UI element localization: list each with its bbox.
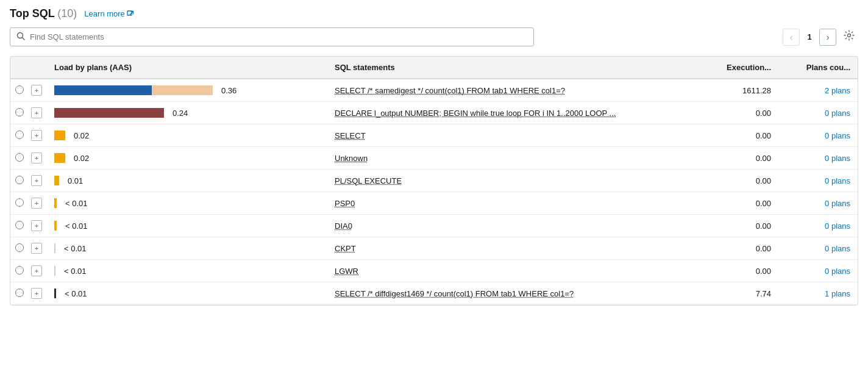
row-radio[interactable] — [15, 108, 24, 117]
row-expand-cell: + — [29, 215, 47, 237]
plans-link[interactable]: 0 plans — [825, 109, 850, 118]
table-header-row: Load by plans (AAS) SQL statements Execu… — [10, 57, 858, 79]
table-body: +0.36SELECT /* samedigest */ count(col1)… — [10, 79, 858, 305]
row-radio[interactable] — [15, 176, 24, 184]
next-page-button[interactable]: › — [819, 29, 836, 46]
bar-value: < 0.01 — [65, 289, 87, 298]
row-expand-cell: + — [29, 124, 47, 147]
plans-link[interactable]: 0 plans — [825, 176, 850, 185]
row-radio[interactable] — [15, 243, 24, 252]
learn-more-link[interactable]: Learn more — [84, 9, 133, 18]
pagination-area: ‹ 1 › — [783, 29, 858, 46]
settings-icon — [844, 31, 855, 43]
table-row: +< 0.01SELECT /* diffdigest1469 */ count… — [10, 282, 858, 305]
row-expand-cell: + — [29, 147, 47, 170]
execution-count-cell: 7.74 — [699, 282, 778, 305]
expand-button[interactable]: + — [31, 243, 42, 254]
sql-statement-link[interactable]: PSP0 — [335, 199, 355, 208]
title-text: Top SQL — [10, 7, 54, 20]
bar-value: 0.02 — [74, 154, 89, 163]
expand-button[interactable]: + — [31, 198, 42, 209]
sql-statement-link[interactable]: Unknown — [335, 154, 368, 163]
sql-statement-link[interactable]: DIA0 — [335, 221, 352, 231]
bar-value: < 0.01 — [64, 267, 87, 276]
row-radio[interactable] — [15, 153, 24, 162]
expand-button[interactable]: + — [31, 220, 42, 231]
search-input[interactable] — [30, 32, 527, 41]
sql-statement-cell: PL/SQL EXECUTE — [327, 170, 699, 192]
bar-value: < 0.01 — [64, 244, 87, 253]
search-box[interactable] — [10, 27, 534, 46]
sql-statement-link[interactable]: DECLARE l_output NUMBER; BEGIN while tru… — [335, 109, 616, 118]
expand-button[interactable]: + — [31, 85, 42, 96]
expand-button[interactable]: + — [31, 175, 42, 186]
load-bar-cell: 0.24 — [47, 102, 327, 124]
row-expand-cell: + — [29, 192, 47, 215]
header-row: Top SQL (10) Learn more — [10, 7, 858, 20]
plans-link[interactable]: 1 plans — [825, 289, 850, 298]
expand-button[interactable]: + — [31, 152, 42, 163]
row-radio[interactable] — [15, 85, 24, 94]
execution-count-cell: 0.00 — [699, 124, 778, 147]
learn-more-label: Learn more — [84, 9, 124, 18]
plans-link[interactable]: 0 plans — [825, 244, 850, 253]
plans-col-header: Plans cou... — [778, 57, 858, 79]
plans-link[interactable]: 0 plans — [825, 199, 850, 208]
table-row: +< 0.01PSP00.000 plans — [10, 192, 858, 215]
sql-statement-cell: DIA0 — [327, 215, 699, 237]
sql-table: Load by plans (AAS) SQL statements Execu… — [10, 57, 858, 305]
bar-value: < 0.01 — [65, 199, 88, 208]
plans-count-cell: 0 plans — [778, 102, 858, 124]
load-bar-cell: 0.02 — [47, 147, 327, 170]
row-radio[interactable] — [15, 131, 24, 139]
bar-value: 0.36 — [221, 86, 237, 95]
plans-link[interactable]: 0 plans — [825, 267, 850, 276]
execution-count-cell: 0.00 — [699, 237, 778, 260]
sql-statement-link[interactable]: SELECT — [335, 131, 366, 140]
execution-count-cell: 0.00 — [699, 260, 778, 282]
plans-count-cell: 0 plans — [778, 260, 858, 282]
sql-statement-link[interactable]: SELECT /* samedigest */ count(col1) FROM… — [335, 86, 565, 95]
external-link-icon — [127, 10, 134, 18]
bar-empty — [54, 243, 55, 253]
load-col-header: Load by plans (AAS) — [47, 57, 327, 79]
bar-segment — [54, 176, 59, 185]
settings-button[interactable] — [840, 29, 858, 45]
plans-link[interactable]: 0 plans — [825, 131, 850, 140]
sql-statement-cell: SELECT /* diffdigest1469 */ count(col1) … — [327, 282, 699, 305]
bar-segment — [54, 153, 65, 163]
chevron-left-icon: ‹ — [790, 32, 793, 42]
sql-statement-link[interactable]: PL/SQL EXECUTE — [335, 176, 402, 185]
expand-button[interactable]: + — [31, 265, 42, 276]
sql-statement-link[interactable]: LGWR — [335, 267, 358, 276]
load-bar-cell: < 0.01 — [47, 237, 327, 260]
sql-statement-cell: DECLARE l_output NUMBER; BEGIN while tru… — [327, 102, 699, 124]
expand-button[interactable]: + — [31, 130, 42, 141]
prev-page-button[interactable]: ‹ — [783, 29, 800, 46]
row-radio[interactable] — [15, 198, 24, 207]
row-radio[interactable] — [15, 266, 24, 274]
row-expand-cell: + — [29, 282, 47, 305]
table-row: +0.36SELECT /* samedigest */ count(col1)… — [10, 79, 858, 102]
plans-count-cell: 0 plans — [778, 192, 858, 215]
current-page: 1 — [803, 32, 816, 41]
sql-statement-cell: LGWR — [327, 260, 699, 282]
plans-link[interactable]: 0 plans — [825, 221, 850, 231]
plans-link[interactable]: 2 plans — [825, 86, 850, 95]
sql-statement-link[interactable]: SELECT /* diffdigest1469 */ count(col1) … — [335, 289, 574, 298]
expand-button[interactable]: + — [31, 107, 42, 118]
table-row: +< 0.01LGWR0.000 plans — [10, 260, 858, 282]
row-radio[interactable] — [15, 289, 24, 297]
row-select-cell — [10, 124, 29, 147]
row-select-cell — [10, 79, 29, 102]
plans-count-cell: 0 plans — [778, 147, 858, 170]
expand-button[interactable]: + — [31, 288, 42, 299]
execution-count-cell: 1611.28 — [699, 79, 778, 102]
row-select-cell — [10, 237, 29, 260]
sql-statement-link[interactable]: CKPT — [335, 244, 356, 253]
plans-count-cell: 2 plans — [778, 79, 858, 102]
plans-link[interactable]: 0 plans — [825, 154, 850, 163]
load-bar-cell: < 0.01 — [47, 282, 327, 305]
expand-col-header — [29, 57, 47, 79]
row-radio[interactable] — [15, 221, 24, 229]
